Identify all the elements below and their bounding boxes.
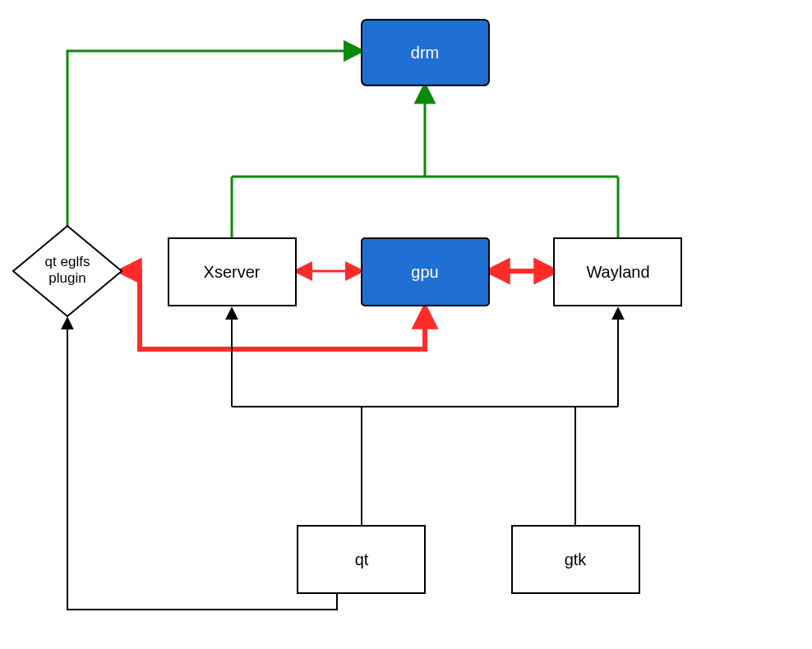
node-qteglfs-label-2: plugin [48,270,85,286]
node-gpu: gpu [362,238,489,306]
edge-qt-to-qteglfs [67,319,337,610]
node-xserver-label: Xserver [204,263,261,281]
node-qteglfs-label-1: qt eglfs [45,254,90,269]
node-gpu-label: gpu [411,263,438,281]
edge-qteglfs-to-drm [67,51,362,226]
node-wayland-label: Wayland [586,263,649,281]
node-qt-eglfs-plugin: qt eglfs plugin [13,226,122,316]
node-qt: qt [298,526,425,593]
node-qt-label: qt [355,550,369,568]
node-wayland: Wayland [554,238,681,306]
node-gtk-label: gtk [565,550,588,568]
node-xserver: Xserver [168,238,296,306]
diagram-canvas: drm Xserver gpu Wayland qt gtk qt eglfs … [0,0,812,649]
node-drm: drm [362,20,489,85]
node-drm-label: drm [411,44,439,62]
node-gtk: gtk [512,526,639,593]
